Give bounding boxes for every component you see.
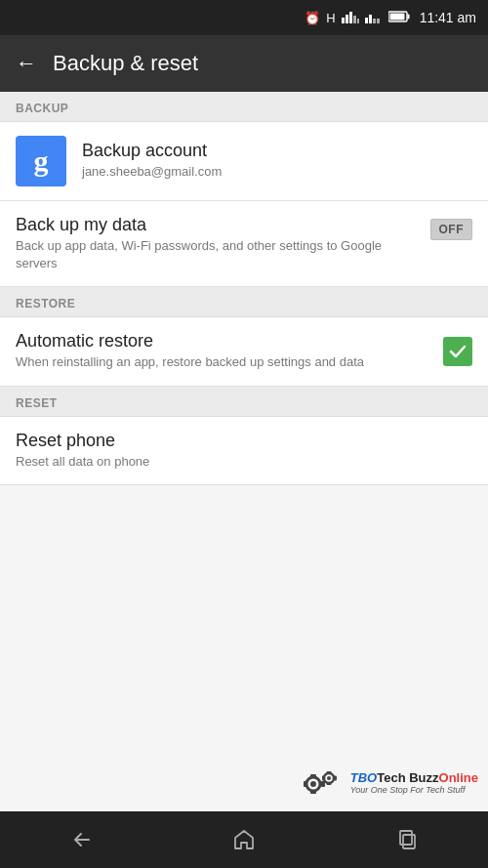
watermark: TBO Tech Buzz Online Your One Stop For T…	[296, 765, 478, 802]
watermark-subtitle: Your One Stop For Tech Stuff	[350, 785, 478, 796]
svg-rect-25	[403, 835, 415, 848]
svg-rect-14	[310, 774, 316, 778]
backup-data-item[interactable]: Back up my data Back up app data, Wi-Fi …	[0, 201, 488, 287]
alarm-icon: ⏰	[305, 11, 320, 25]
reset-subtitle: Reset all data on phone	[16, 453, 472, 471]
action-bar: ← Backup & reset	[0, 35, 488, 92]
checkmark-icon	[448, 342, 468, 361]
section-reset-label: RESET	[0, 387, 488, 417]
svg-rect-23	[334, 776, 337, 781]
svg-rect-6	[369, 15, 372, 23]
restore-text: Automatic restore When reinstalling an a…	[16, 331, 427, 371]
watermark-tbo: TBO	[350, 770, 377, 786]
svg-rect-21	[326, 782, 331, 785]
svg-rect-16	[304, 781, 307, 787]
status-time: 11:41 am	[420, 10, 476, 25]
svg-rect-0	[342, 18, 345, 23]
backup-data-title: Back up my data	[16, 215, 421, 235]
signal2-icon	[365, 10, 383, 26]
svg-rect-20	[326, 771, 331, 774]
svg-rect-1	[346, 15, 348, 23]
google-icon: g	[16, 136, 66, 186]
backup-account-title: Backup account	[82, 141, 472, 161]
reset-phone-item[interactable]: Reset phone Reset all data on phone	[0, 417, 488, 485]
nav-back-button[interactable]	[52, 820, 110, 859]
svg-rect-10	[407, 14, 409, 19]
nav-bar	[0, 811, 488, 868]
svg-rect-4	[357, 19, 359, 23]
backup-account-subtitle: jane.sheeba@gmail.com	[82, 163, 472, 181]
section-backup-label: BACKUP	[0, 92, 488, 122]
reset-title: Reset phone	[16, 431, 472, 451]
page-title: Backup & reset	[53, 51, 198, 76]
automatic-restore-item[interactable]: Automatic restore When reinstalling an a…	[0, 317, 488, 386]
watermark-tech: Tech Buzz	[377, 770, 438, 786]
backup-account-text: Backup account jane.sheeba@gmail.com	[82, 141, 472, 181]
svg-rect-5	[365, 18, 368, 23]
watermark-text: TBO Tech Buzz Online Your One Stop For T…	[350, 770, 478, 796]
backup-data-text: Back up my data Back up app data, Wi-Fi …	[16, 215, 421, 272]
signal-icon	[342, 10, 359, 26]
svg-rect-15	[310, 790, 316, 794]
h-icon: H	[326, 11, 335, 25]
svg-rect-8	[377, 19, 380, 23]
svg-point-19	[327, 776, 331, 780]
watermark-online: Online	[439, 770, 478, 786]
reset-text: Reset phone Reset all data on phone	[16, 431, 472, 471]
svg-rect-7	[373, 19, 376, 23]
svg-rect-24	[400, 831, 412, 845]
svg-rect-22	[322, 776, 325, 781]
restore-checkbox[interactable]	[443, 337, 472, 366]
back-button[interactable]: ←	[16, 51, 37, 76]
svg-rect-2	[349, 12, 352, 23]
svg-point-13	[310, 781, 316, 787]
backup-account-item[interactable]: g Backup account jane.sheeba@gmail.com	[0, 122, 488, 201]
backup-data-subtitle: Back up app data, Wi-Fi passwords, and o…	[16, 237, 421, 272]
nav-home-button[interactable]	[215, 820, 273, 859]
battery-icon	[388, 11, 410, 25]
backup-toggle[interactable]: OFF	[430, 219, 473, 240]
status-bar: ⏰ H 11:41 am	[0, 0, 488, 35]
svg-rect-11	[389, 13, 404, 20]
restore-subtitle: When reinstalling an app, restore backed…	[16, 353, 427, 371]
section-restore-label: RESTORE	[0, 287, 488, 317]
restore-title: Automatic restore	[16, 331, 427, 351]
nav-recent-button[interactable]	[378, 820, 436, 859]
toggle-off-label[interactable]: OFF	[430, 219, 473, 240]
svg-rect-3	[353, 16, 356, 23]
watermark-logo-icon	[296, 765, 345, 802]
